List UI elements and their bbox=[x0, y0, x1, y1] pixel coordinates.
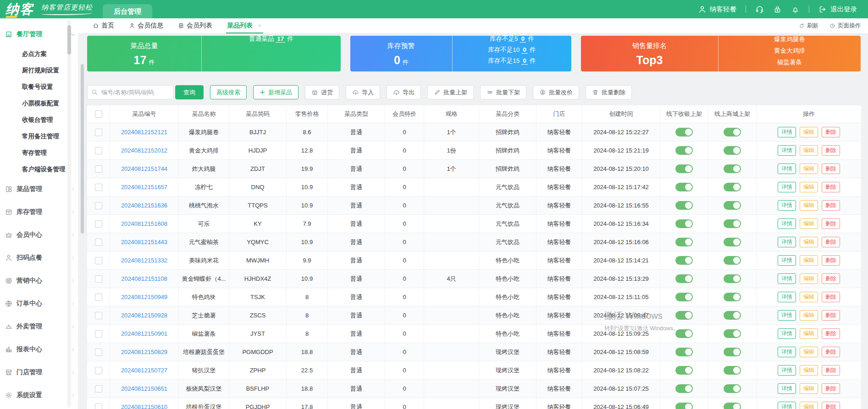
edit-button[interactable]: 编辑 bbox=[800, 292, 818, 302]
offline-cashier-toggle[interactable] bbox=[675, 348, 693, 356]
content-scrollbar[interactable] bbox=[81, 64, 84, 234]
delete-button[interactable]: 删除 bbox=[822, 347, 840, 357]
dish-id-link[interactable]: 20240812151744 bbox=[121, 165, 167, 172]
offline-cashier-toggle[interactable] bbox=[675, 403, 693, 409]
online-mall-toggle[interactable] bbox=[724, 238, 741, 246]
online-mall-toggle[interactable] bbox=[724, 348, 741, 356]
dish-id-link[interactable]: 20240812151443 bbox=[121, 239, 167, 245]
online-mall-toggle[interactable] bbox=[724, 219, 741, 228]
row-checkbox[interactable] bbox=[95, 202, 102, 209]
detail-button[interactable]: 详情 bbox=[778, 127, 796, 137]
sidebar-item-scan-order[interactable]: 扫码点餐 bbox=[0, 246, 78, 269]
edit-button[interactable]: 编辑 bbox=[800, 328, 818, 339]
dish-id-link[interactable]: 20240812150928 bbox=[121, 312, 167, 319]
online-mall-toggle[interactable] bbox=[724, 366, 741, 375]
row-checkbox[interactable] bbox=[95, 220, 102, 228]
delete-button[interactable]: 删除 bbox=[822, 145, 840, 156]
detail-button[interactable]: 详情 bbox=[778, 347, 796, 357]
logout-button[interactable]: 退出登录 bbox=[818, 5, 857, 14]
dish-id-link[interactable]: 20240812151636 bbox=[121, 202, 167, 209]
delete-button[interactable]: 删除 bbox=[822, 402, 840, 409]
edit-button[interactable]: 编辑 bbox=[800, 145, 818, 156]
sidebar-item-takeout-mgmt[interactable]: 外卖管理 bbox=[0, 315, 78, 338]
offline-cashier-toggle[interactable] bbox=[675, 274, 693, 283]
edit-button[interactable]: 编辑 bbox=[800, 402, 818, 409]
lock-icon[interactable] bbox=[773, 5, 782, 14]
offline-cashier-toggle[interactable] bbox=[675, 256, 693, 265]
sidebar-item-system-settings[interactable]: 系统设置 bbox=[0, 384, 78, 407]
delete-button[interactable]: 删除 bbox=[822, 328, 840, 339]
delete-button[interactable]: 删除 bbox=[822, 383, 840, 394]
sidebar-item-store-mgmt[interactable]: 门店管理 bbox=[0, 361, 78, 384]
edit-button[interactable]: 编辑 bbox=[800, 383, 818, 394]
offline-cashier-toggle[interactable] bbox=[675, 146, 693, 155]
edit-button[interactable]: 编辑 bbox=[800, 182, 818, 192]
add-dish-button[interactable]: 新增菜品 bbox=[253, 85, 299, 99]
backend-admin-tab[interactable]: 后台管理 bbox=[103, 4, 152, 18]
online-mall-toggle[interactable] bbox=[724, 183, 741, 191]
dish-id-link[interactable]: 20240812150901 bbox=[121, 330, 167, 337]
online-mall-toggle[interactable] bbox=[724, 329, 741, 338]
dish-id-link[interactable]: 20240812150949 bbox=[121, 294, 167, 300]
row-checkbox[interactable] bbox=[95, 275, 102, 283]
online-mall-toggle[interactable] bbox=[724, 164, 741, 173]
tab-home[interactable]: 首页 bbox=[92, 18, 115, 33]
online-mall-toggle[interactable] bbox=[724, 311, 741, 320]
sidebar-item-dish-mgmt[interactable]: 菜品管理 bbox=[0, 178, 78, 201]
dish-id-link[interactable]: 20240812150829 bbox=[121, 349, 167, 355]
offline-cashier-toggle[interactable] bbox=[675, 366, 693, 375]
sidebar-subitem-cashier-mgmt[interactable]: 收银台管理 bbox=[0, 112, 78, 128]
offline-cashier-toggle[interactable] bbox=[675, 201, 693, 210]
offline-cashier-toggle[interactable] bbox=[675, 238, 693, 246]
row-checkbox[interactable] bbox=[95, 349, 102, 356]
edit-button[interactable]: 编辑 bbox=[800, 273, 818, 284]
dish-id-link[interactable]: 20240812151332 bbox=[121, 257, 167, 264]
detail-button[interactable]: 详情 bbox=[778, 328, 796, 339]
sidebar-subitem-pickup-number[interactable]: 取餐号设置 bbox=[0, 79, 78, 95]
row-checkbox[interactable] bbox=[95, 129, 102, 136]
search-input[interactable] bbox=[87, 85, 173, 99]
row-checkbox[interactable] bbox=[95, 330, 102, 338]
tab-member-list[interactable]: 会员列表 bbox=[177, 18, 213, 33]
sidebar-item-member-center[interactable]: 会员中心 bbox=[0, 224, 78, 246]
edit-button[interactable]: 编辑 bbox=[800, 365, 818, 376]
offline-cashier-toggle[interactable] bbox=[675, 384, 693, 393]
online-mall-toggle[interactable] bbox=[724, 146, 741, 155]
delete-button[interactable]: 删除 bbox=[822, 164, 840, 174]
import-button[interactable]: 导入 bbox=[346, 85, 380, 99]
detail-button[interactable]: 详情 bbox=[778, 402, 796, 409]
edit-button[interactable]: 编辑 bbox=[800, 255, 818, 266]
online-mall-toggle[interactable] bbox=[724, 201, 741, 210]
account-menu[interactable]: 纳客轻餐 bbox=[698, 5, 736, 14]
row-checkbox[interactable] bbox=[95, 367, 102, 374]
delete-button[interactable]: 删除 bbox=[822, 292, 840, 302]
edit-button[interactable]: 编辑 bbox=[800, 200, 818, 211]
select-all-checkbox[interactable] bbox=[95, 110, 102, 118]
dish-id-link[interactable]: 20240812150610 bbox=[121, 404, 167, 409]
row-checkbox[interactable] bbox=[95, 239, 102, 246]
row-checkbox[interactable] bbox=[95, 165, 102, 173]
detail-button[interactable]: 详情 bbox=[778, 255, 796, 266]
delete-button[interactable]: 删除 bbox=[822, 365, 840, 376]
batch-delete-button[interactable]: 批量删除 bbox=[586, 85, 632, 99]
online-mall-toggle[interactable] bbox=[724, 384, 741, 393]
headset-icon[interactable] bbox=[755, 5, 764, 14]
tab-member-info[interactable]: 会员信息 bbox=[128, 18, 164, 33]
edit-button[interactable]: 编辑 bbox=[800, 164, 818, 174]
close-icon[interactable] bbox=[257, 23, 262, 28]
offline-cashier-toggle[interactable] bbox=[675, 128, 693, 136]
export-button[interactable]: 导出 bbox=[387, 85, 421, 99]
delete-button[interactable]: 删除 bbox=[822, 310, 840, 321]
offline-cashier-toggle[interactable] bbox=[675, 183, 693, 191]
dish-id-link[interactable]: 20240812150727 bbox=[121, 367, 167, 374]
dish-id-link[interactable]: 20240812150651 bbox=[121, 385, 167, 392]
row-checkbox[interactable] bbox=[95, 184, 102, 191]
detail-button[interactable]: 详情 bbox=[778, 237, 796, 247]
online-mall-toggle[interactable] bbox=[724, 256, 741, 265]
sidebar-scrollbar[interactable] bbox=[67, 20, 71, 408]
delete-button[interactable]: 删除 bbox=[822, 182, 840, 192]
offline-cashier-toggle[interactable] bbox=[675, 293, 693, 301]
dish-id-link[interactable]: 20240812152012 bbox=[121, 147, 167, 154]
online-mall-toggle[interactable] bbox=[724, 274, 741, 283]
batch-price-button[interactable]: 批量改价 bbox=[533, 85, 579, 99]
